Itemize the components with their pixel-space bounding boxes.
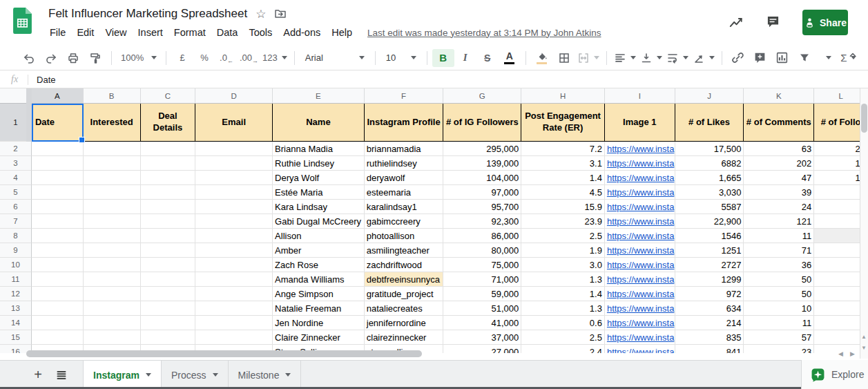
text-rotation-button[interactable] <box>691 49 717 67</box>
cell-h13[interactable]: 1.3 <box>521 301 605 316</box>
fill-color-button[interactable] <box>531 49 553 67</box>
insert-link-button[interactable] <box>727 49 749 67</box>
explore-button[interactable]: Explore <box>801 360 868 389</box>
cell-d12[interactable] <box>195 287 273 301</box>
cell-h7[interactable]: 23.9 <box>521 214 605 229</box>
cell-j15[interactable]: 835 <box>675 330 744 345</box>
format-currency-button[interactable]: £ <box>171 49 193 67</box>
cell-g8[interactable]: 86,000 <box>443 229 521 243</box>
row-number-12[interactable]: 12 <box>0 287 32 301</box>
cell-c12[interactable] <box>141 287 196 301</box>
cell-f12[interactable]: gratitude_project <box>365 287 444 301</box>
formula-bar-value[interactable]: Date <box>37 75 55 85</box>
cell-h6[interactable]: 15.9 <box>521 200 605 214</box>
instagram-link-4[interactable]: https://www.insta <box>605 171 675 185</box>
cell-a5[interactable] <box>32 185 84 200</box>
cell-b15[interactable] <box>84 330 141 345</box>
cell-e8[interactable]: Allison <box>273 229 365 243</box>
cell-g2[interactable]: 295,000 <box>443 142 521 156</box>
cell-h14[interactable]: 0.6 <box>521 316 605 330</box>
header-cell-e1[interactable]: Name <box>273 104 365 142</box>
cell-k11[interactable]: 50 <box>744 272 814 287</box>
cell-j4[interactable]: 1,665 <box>675 171 744 185</box>
spreadsheet-grid[interactable]: ABCDEFGHIJKL 1DateInterestedDeal Details… <box>0 88 868 353</box>
cell-g7[interactable]: 92,300 <box>443 214 521 229</box>
row-number-15[interactable]: 15 <box>0 330 32 345</box>
menu-file[interactable]: File <box>44 26 71 39</box>
cell-j8[interactable]: 1546 <box>675 229 744 243</box>
cell-k16[interactable]: 23 <box>744 345 814 353</box>
instagram-link-9[interactable]: https://www.insta <box>605 243 675 258</box>
cell-b6[interactable] <box>84 200 141 214</box>
cell-d8[interactable] <box>195 229 273 243</box>
cell-b3[interactable] <box>84 156 141 171</box>
cell-a7[interactable] <box>32 214 84 229</box>
number-format-button[interactable]: 123 <box>260 49 289 67</box>
cell-c10[interactable] <box>141 258 196 272</box>
cell-e9[interactable]: Amber <box>273 243 365 258</box>
cell-h11[interactable]: 1.3 <box>521 272 605 287</box>
cell-d4[interactable] <box>195 171 273 185</box>
cell-k9[interactable]: 71 <box>744 243 814 258</box>
cell-j9[interactable]: 1251 <box>675 243 744 258</box>
cell-e7[interactable]: Gabi Dugal McCreery <box>273 214 365 229</box>
row-number-14[interactable]: 14 <box>0 316 32 330</box>
row-number-2[interactable]: 2 <box>0 142 32 156</box>
cell-g5[interactable]: 97,000 <box>443 185 521 200</box>
format-percent-button[interactable]: % <box>193 49 215 67</box>
cell-b8[interactable] <box>84 229 141 243</box>
cell-c11[interactable] <box>141 272 196 287</box>
column-header-h[interactable]: H <box>521 88 605 104</box>
tab-menu-caret[interactable] <box>146 373 151 377</box>
menu-tools[interactable]: Tools <box>243 26 278 39</box>
cell-c7[interactable] <box>141 214 196 229</box>
cell-a3[interactable] <box>32 156 84 171</box>
cell-d5[interactable] <box>195 185 273 200</box>
merge-cells-button[interactable] <box>575 49 601 67</box>
column-header-j[interactable]: J <box>675 88 744 104</box>
cell-a15[interactable] <box>32 330 84 345</box>
menu-data[interactable]: Data <box>211 26 244 39</box>
redo-button[interactable] <box>40 49 62 67</box>
cell-f8[interactable]: photoallison <box>365 229 444 243</box>
cell-h10[interactable]: 3.0 <box>521 258 605 272</box>
tab-milestone[interactable]: Milestone <box>229 361 302 389</box>
cell-j5[interactable]: 3,030 <box>675 185 744 200</box>
cell-k10[interactable]: 36 <box>744 258 814 272</box>
cell-b4[interactable] <box>84 171 141 185</box>
header-cell-h1[interactable]: Post Engagement Rate (ER) <box>521 104 605 142</box>
cell-d2[interactable] <box>195 142 273 156</box>
cell-e10[interactable]: Zach Rose <box>273 258 365 272</box>
cell-h8[interactable]: 2.5 <box>521 229 605 243</box>
instagram-link-14[interactable]: https://www.insta <box>605 316 675 330</box>
cell-b13[interactable] <box>84 301 141 316</box>
cell-f11[interactable]: debtfreeinsunnyca <box>365 272 444 287</box>
column-header-f[interactable]: F <box>365 88 444 104</box>
cell-f15[interactable]: clairezinnecker <box>365 330 444 345</box>
horizontal-align-button[interactable] <box>612 49 638 67</box>
cell-b12[interactable] <box>84 287 141 301</box>
cell-k5[interactable]: 39 <box>744 185 814 200</box>
instagram-link-8[interactable]: https://www.insta <box>605 229 675 243</box>
last-edit-link[interactable]: Last edit was made yesterday at 3:14 PM … <box>367 28 601 38</box>
row-number-8[interactable]: 8 <box>0 229 32 243</box>
undo-button[interactable] <box>18 49 40 67</box>
zoom-select[interactable]: 100% <box>117 49 161 67</box>
cell-f6[interactable]: karalindsay1 <box>365 200 444 214</box>
increase-decimal-button[interactable]: .00→ <box>238 49 260 67</box>
cell-a9[interactable] <box>32 243 84 258</box>
cell-c3[interactable] <box>141 156 196 171</box>
cell-k3[interactable]: 202 <box>744 156 814 171</box>
cell-b5[interactable] <box>84 185 141 200</box>
header-cell-f1[interactable]: Instagram Profile <box>365 104 444 142</box>
cell-g9[interactable]: 80,000 <box>443 243 521 258</box>
tab-menu-caret[interactable] <box>213 373 218 377</box>
tab-menu-caret[interactable] <box>285 373 291 377</box>
header-cell-i1[interactable]: Image 1 <box>605 104 675 142</box>
decrease-decimal-button[interactable]: .0← <box>215 49 238 67</box>
cell-e6[interactable]: Kara Lindsay <box>273 200 365 214</box>
cell-k12[interactable]: 50 <box>744 287 814 301</box>
cell-j12[interactable]: 972 <box>675 287 744 301</box>
cell-a4[interactable] <box>32 171 84 185</box>
cell-c8[interactable] <box>141 229 196 243</box>
